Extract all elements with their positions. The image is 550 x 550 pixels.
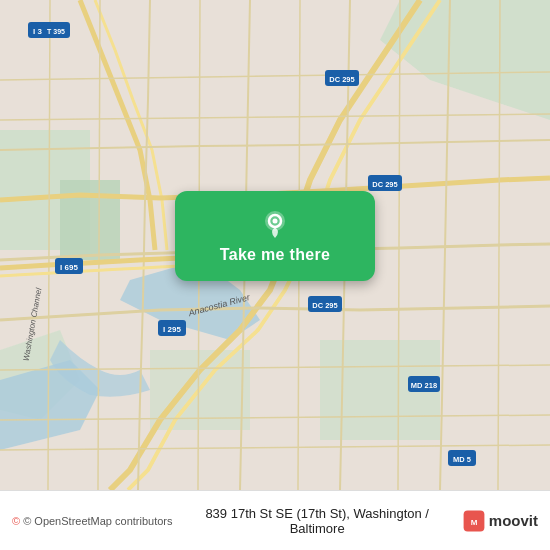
osm-copyright: © © OpenStreetMap contributors bbox=[12, 515, 173, 527]
take-me-there-label: Take me there bbox=[220, 246, 330, 264]
bottom-bar: © © OpenStreetMap contributors 839 17th … bbox=[0, 490, 550, 550]
svg-rect-2 bbox=[60, 180, 120, 260]
moovit-logo: M moovit bbox=[462, 509, 538, 533]
svg-text:I 695: I 695 bbox=[60, 263, 78, 272]
svg-text:DC 295: DC 295 bbox=[312, 301, 337, 310]
location-pin-icon bbox=[259, 208, 291, 240]
map-container: I 395 T 395 I 695 I 295 DC 295 DC 295 DC… bbox=[0, 0, 550, 490]
moovit-icon: M bbox=[462, 509, 486, 533]
svg-text:MD 5: MD 5 bbox=[453, 455, 471, 464]
svg-text:DC 295: DC 295 bbox=[329, 75, 354, 84]
svg-text:MD 218: MD 218 bbox=[411, 381, 437, 390]
svg-text:T 395: T 395 bbox=[47, 28, 65, 35]
take-me-there-card[interactable]: Take me there bbox=[175, 191, 375, 281]
svg-text:M: M bbox=[470, 518, 477, 527]
moovit-text: moovit bbox=[489, 512, 538, 529]
svg-point-31 bbox=[273, 219, 278, 224]
address-text: 839 17th St SE (17th St), Washington / B… bbox=[181, 506, 454, 536]
svg-text:I 295: I 295 bbox=[163, 325, 181, 334]
svg-text:DC 295: DC 295 bbox=[372, 180, 397, 189]
